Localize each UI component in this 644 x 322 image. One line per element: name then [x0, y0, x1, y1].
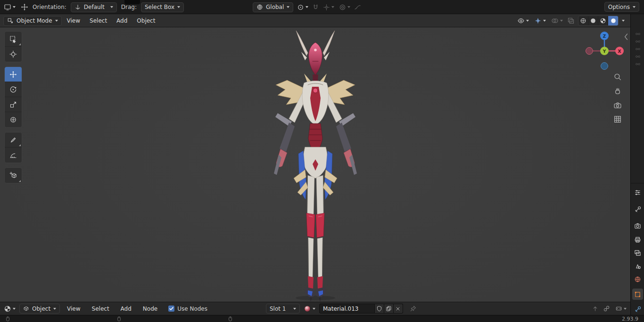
chevron-down-icon: [347, 6, 350, 8]
material-slot-dropdown[interactable]: Slot 1: [266, 304, 300, 314]
object-visibility-dropdown[interactable]: [516, 16, 530, 26]
pivot-point-dropdown[interactable]: [296, 2, 309, 12]
editor-type-select[interactable]: [3, 2, 17, 12]
grid-icon[interactable]: [613, 115, 622, 124]
topbar-right: Options: [604, 2, 639, 12]
blender-window: Orientation: Default Drag: Select Box Gl…: [0, 0, 644, 322]
axis-neg-z-ball[interactable]: [601, 63, 608, 70]
tab-render-properties[interactable]: [632, 220, 643, 231]
fake-user-button[interactable]: [375, 304, 384, 314]
snap-target-dropdown[interactable]: [322, 2, 335, 12]
properties-editor-type-icon[interactable]: [632, 187, 643, 198]
overlays-icon: [551, 17, 559, 25]
node-menu-node[interactable]: Node: [139, 304, 162, 314]
shader-type-dropdown[interactable]: Object: [19, 304, 60, 314]
navigation-gizmo[interactable]: Z X Y: [581, 27, 628, 74]
shader-editor-header: Object View Select Add Node Use Nodes Sl…: [0, 302, 630, 315]
tool-transform[interactable]: [5, 112, 22, 127]
chevron-down-icon: [526, 20, 529, 22]
global-orientation-icon: [256, 4, 263, 10]
node-menu-view[interactable]: View: [63, 304, 84, 314]
material-name-field[interactable]: Material.013: [319, 304, 375, 314]
tool-move[interactable]: [5, 67, 22, 82]
options-dropdown[interactable]: Options: [604, 2, 639, 12]
shading-solid-button[interactable]: [588, 16, 598, 25]
viewport-3d[interactable]: Z X Y: [0, 27, 630, 302]
tool-rotate[interactable]: [5, 82, 22, 97]
mode-dropdown[interactable]: Object Mode: [3, 16, 62, 26]
node-menu-select[interactable]: Select: [88, 304, 114, 314]
chevron-down-icon: [331, 6, 334, 8]
chevron-down-icon: [55, 20, 58, 22]
tool-select-box[interactable]: [5, 32, 22, 47]
falloff-curve-icon[interactable]: [354, 4, 361, 11]
tab-modifier-properties[interactable]: [632, 304, 643, 315]
tab-output-properties[interactable]: [632, 234, 643, 245]
pivot-icon: [297, 4, 304, 11]
use-nodes-checkbox[interactable]: [168, 305, 174, 312]
editor-type-icon: [4, 3, 11, 11]
show-gizmo-dropdown[interactable]: [533, 16, 547, 26]
mouse-hint-icon: [228, 316, 232, 322]
right-panel: [630, 14, 644, 315]
tool-group-select: [4, 31, 22, 62]
menu-add[interactable]: Add: [112, 16, 132, 26]
camera-icon[interactable]: [613, 101, 622, 109]
tab-view-layer-properties[interactable]: [632, 247, 643, 258]
tool-group-add: [4, 167, 22, 183]
status-bar: 2.93.9: [0, 315, 644, 322]
tool-scale[interactable]: [5, 97, 22, 112]
tool-add-cube[interactable]: [5, 168, 22, 183]
tab-world-properties[interactable]: [632, 273, 643, 285]
tab-scene-properties[interactable]: [632, 260, 643, 272]
transform-orientation-dropdown[interactable]: Global: [253, 2, 293, 12]
chevron-down-icon: [543, 20, 546, 22]
tab-tool-properties[interactable]: [632, 204, 643, 215]
shading-wireframe-button[interactable]: [578, 16, 588, 25]
shading-material-button[interactable]: [598, 16, 608, 25]
shader-editor-type-select[interactable]: [3, 304, 17, 314]
snap-magnet-icon[interactable]: [312, 4, 319, 11]
go-to-parent-icon[interactable]: [592, 305, 599, 312]
chevron-down-icon: [305, 6, 308, 8]
shader-type-value: Object: [32, 305, 50, 312]
proportional-editing-icon: [339, 4, 346, 11]
character-model[interactable]: [225, 28, 409, 302]
active-tool-move-icon: [21, 3, 28, 11]
snap-link-icon[interactable]: [603, 305, 610, 312]
hand-icon[interactable]: [613, 87, 622, 95]
node-menu-add[interactable]: Add: [116, 304, 136, 314]
workspace-tab-remnant[interactable]: [124, 0, 140, 4]
tool-measure[interactable]: [5, 148, 22, 163]
tool-cursor[interactable]: [5, 47, 22, 62]
orientation-dropdown[interactable]: Default: [71, 2, 117, 12]
xray-toggle-icon[interactable]: [567, 17, 575, 25]
shading-rendered-button[interactable]: [608, 16, 618, 25]
tool-shelf: [4, 31, 22, 188]
menu-view[interactable]: View: [63, 16, 84, 26]
version-label: 2.93.9: [622, 316, 638, 322]
topbar-left: Orientation: Default Drag: Select Box: [3, 2, 184, 12]
chevron-down-icon: [293, 308, 296, 310]
sidebar-collapse-arrow[interactable]: [623, 33, 629, 41]
drag-dropdown[interactable]: Select Box: [141, 2, 184, 12]
tool-annotate[interactable]: [5, 132, 22, 148]
editor-options-dropdown[interactable]: [614, 304, 627, 314]
chevron-down-icon: [313, 308, 315, 310]
pin-icon[interactable]: [410, 305, 417, 312]
new-material-button[interactable]: [384, 304, 394, 314]
menu-select[interactable]: Select: [85, 16, 111, 26]
overlays-dropdown[interactable]: [550, 16, 564, 26]
outliner-row-icon[interactable]: [632, 58, 643, 70]
axis-neg-x-ball[interactable]: [586, 48, 593, 55]
chevron-down-icon[interactable]: [622, 20, 625, 22]
chevron-down-icon: [560, 20, 563, 22]
zoom-icon[interactable]: [613, 73, 622, 81]
tab-object-properties[interactable]: [632, 289, 643, 300]
menu-object[interactable]: Object: [132, 16, 159, 26]
unlink-material-button[interactable]: [394, 304, 403, 314]
tool-group-transform: [4, 66, 22, 128]
proportional-editing-dropdown[interactable]: [338, 2, 351, 12]
browse-material-dropdown[interactable]: [303, 304, 316, 314]
viewport-header-right: [516, 16, 625, 26]
